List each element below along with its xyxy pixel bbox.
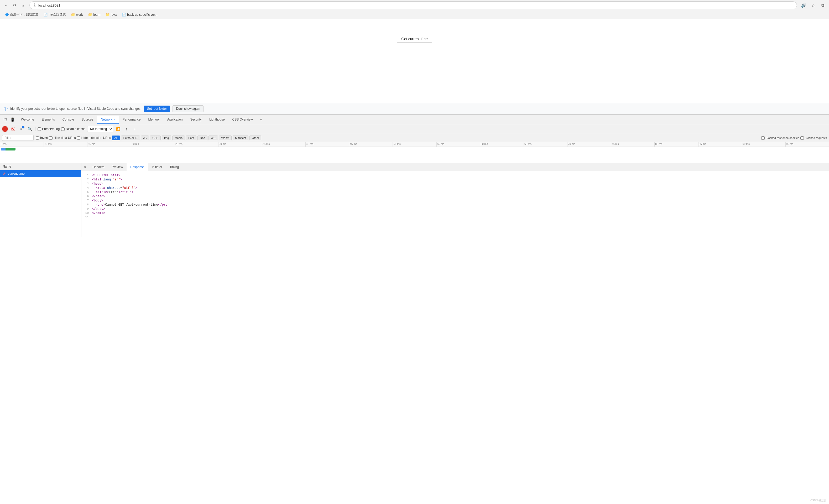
get-current-time-button[interactable]: Get current time xyxy=(397,35,432,43)
preserve-log-checkbox[interactable] xyxy=(38,128,41,131)
network-toolbar: 🚫 ≡ 2 🔍 Preserve log Disable cache No th… xyxy=(0,124,829,134)
tab-application[interactable]: Application xyxy=(164,115,187,123)
bookmark-item[interactable]: 📄back-up specific ver... xyxy=(120,12,159,17)
timeline-tick: 80 ms xyxy=(654,142,698,147)
filter-chip-all[interactable]: All xyxy=(112,136,120,140)
split-button[interactable]: ⧉ xyxy=(819,2,826,9)
filter-chip-js[interactable]: JS xyxy=(141,136,149,140)
request-items: ⊗ current-time xyxy=(0,170,81,177)
blocked-cookies-label[interactable]: Blocked response cookies xyxy=(761,136,799,140)
close-response-button[interactable]: × xyxy=(81,163,89,171)
tab-console[interactable]: Console xyxy=(59,115,78,123)
filter-chip-manifest[interactable]: Manifest xyxy=(233,136,248,140)
hide-ext-urls-checkbox[interactable] xyxy=(77,136,80,140)
response-tab-headers[interactable]: Headers xyxy=(89,164,108,171)
tab-close-network[interactable]: × xyxy=(113,118,115,121)
filter-button[interactable]: ≡ 2 xyxy=(18,125,25,132)
code-line: 3<head> xyxy=(81,182,829,186)
response-content: 1<!DOCTYPE html>2<html lang="en">3<head>… xyxy=(81,171,829,237)
preserve-log-label[interactable]: Preserve log xyxy=(38,127,60,131)
line-content: <!DOCTYPE html> xyxy=(92,174,829,177)
download-button[interactable]: ↓ xyxy=(132,125,138,132)
blocked-cookies-checkbox[interactable] xyxy=(761,136,765,140)
dont-show-again-button[interactable]: Don't show again xyxy=(173,105,204,112)
hide-data-urls-checkbox[interactable] xyxy=(49,136,52,140)
inspect-element-button[interactable]: ⬚ xyxy=(2,116,8,123)
tab-lighthouse[interactable]: Lighthouse xyxy=(206,115,229,123)
line-content: </html> xyxy=(92,211,829,215)
device-toolbar-button[interactable]: 📱 xyxy=(9,116,16,123)
throttle-select[interactable]: No throttlingFast 3GSlow 3GOffline xyxy=(87,126,113,132)
disable-cache-checkbox[interactable] xyxy=(61,128,65,131)
tab-welcome[interactable]: Welcome xyxy=(17,115,38,123)
request-item[interactable]: ⊗ current-time xyxy=(0,170,81,177)
tab-sources[interactable]: Sources xyxy=(78,115,97,123)
filter-chip-doc[interactable]: Doc xyxy=(197,136,208,140)
request-panel: Name ⊗ current-time × HeadersPreviewResp… xyxy=(0,163,829,237)
code-line: 9</body> xyxy=(81,207,829,211)
wifi-icon-button[interactable]: 📶 xyxy=(115,125,121,132)
line-number: 6 xyxy=(81,194,92,198)
response-tab-preview[interactable]: Preview xyxy=(108,164,127,171)
timeline-tick: 55 ms xyxy=(436,142,480,147)
page-content: Get current time xyxy=(0,19,829,103)
tab-memory[interactable]: Memory xyxy=(144,115,163,123)
disable-cache-label[interactable]: Disable cache xyxy=(61,127,85,131)
favorites-button[interactable]: ☆ xyxy=(809,2,817,9)
code-line: 6</head> xyxy=(81,194,829,199)
home-button[interactable]: ⌂ xyxy=(20,2,26,9)
response-tab-initiator[interactable]: Initiator xyxy=(148,164,166,171)
record-button[interactable] xyxy=(2,126,8,132)
line-number: 9 xyxy=(81,207,92,210)
bookmark-icon: 📄 xyxy=(44,12,48,16)
tab-label-css-overview: CSS Overview xyxy=(232,118,253,121)
line-content: <body> xyxy=(92,199,829,203)
clear-button[interactable]: 🚫 xyxy=(9,125,16,132)
address-url: localhost:8081 xyxy=(38,3,61,7)
line-number: 1 xyxy=(81,174,92,177)
line-content: <meta charset="utf-8"> xyxy=(92,186,829,190)
filter-chip-ws[interactable]: WS xyxy=(209,136,218,140)
timeline-tick: 30 ms xyxy=(218,142,262,147)
tab-css-overview[interactable]: CSS Overview xyxy=(229,115,257,123)
tab-performance[interactable]: Performance xyxy=(119,115,145,123)
search-button[interactable]: 🔍 xyxy=(26,125,33,132)
response-tab-response[interactable]: Response xyxy=(127,164,148,171)
hide-data-urls-label[interactable]: Hide data URLs xyxy=(49,136,76,140)
bookmark-item[interactable]: 🔷百度一下，我就知道 xyxy=(3,11,40,17)
read-aloud-button[interactable]: 🔊 xyxy=(800,2,807,9)
back-button[interactable]: ← xyxy=(3,2,9,9)
tab-label-elements: Elements xyxy=(42,118,55,121)
invert-label[interactable]: Invert xyxy=(36,136,48,140)
add-tab-button[interactable]: + xyxy=(257,115,265,124)
invert-checkbox[interactable] xyxy=(36,136,39,140)
filter-chip-img[interactable]: Img xyxy=(162,136,171,140)
tab-label-lighthouse: Lighthouse xyxy=(209,118,225,121)
code-line: 1<!DOCTYPE html> xyxy=(81,173,829,178)
filter-chip-media[interactable]: Media xyxy=(172,136,185,140)
bookmark-item[interactable]: 📁learn xyxy=(86,12,102,17)
response-tabs: × HeadersPreviewResponseInitiatorTiming xyxy=(81,163,829,171)
blocked-requests-checkbox[interactable] xyxy=(800,136,804,140)
blocked-requests-label[interactable]: Blocked requests xyxy=(800,136,827,140)
filter-chip-fetch/xhr[interactable]: Fetch/XHR xyxy=(121,136,140,140)
line-content: </head> xyxy=(92,194,829,198)
timeline-requests xyxy=(0,147,829,163)
bookmark-item[interactable]: 📁java xyxy=(104,12,119,17)
response-tab-timing[interactable]: Timing xyxy=(166,164,183,171)
filter-chip-css[interactable]: CSS xyxy=(150,136,161,140)
filter-chip-other[interactable]: Other xyxy=(249,136,261,140)
upload-button[interactable]: ↑ xyxy=(123,125,130,132)
address-bar[interactable]: ⓘ localhost:8081 xyxy=(29,1,797,9)
set-root-folder-button[interactable]: Set root folder xyxy=(144,106,170,112)
hide-ext-urls-label[interactable]: Hide extension URLs xyxy=(77,136,111,140)
tab-elements[interactable]: Elements xyxy=(38,115,59,123)
tab-network[interactable]: Network× xyxy=(97,115,119,124)
reload-button[interactable]: ↻ xyxy=(11,2,18,9)
tab-security[interactable]: Security xyxy=(187,115,206,123)
bookmark-item[interactable]: 📄hao123导航 xyxy=(41,11,68,17)
bookmark-item[interactable]: 📁work xyxy=(69,12,85,17)
filter-input[interactable] xyxy=(2,135,34,141)
filter-chip-font[interactable]: Font xyxy=(186,136,196,140)
filter-chip-wasm[interactable]: Wasm xyxy=(219,136,232,140)
